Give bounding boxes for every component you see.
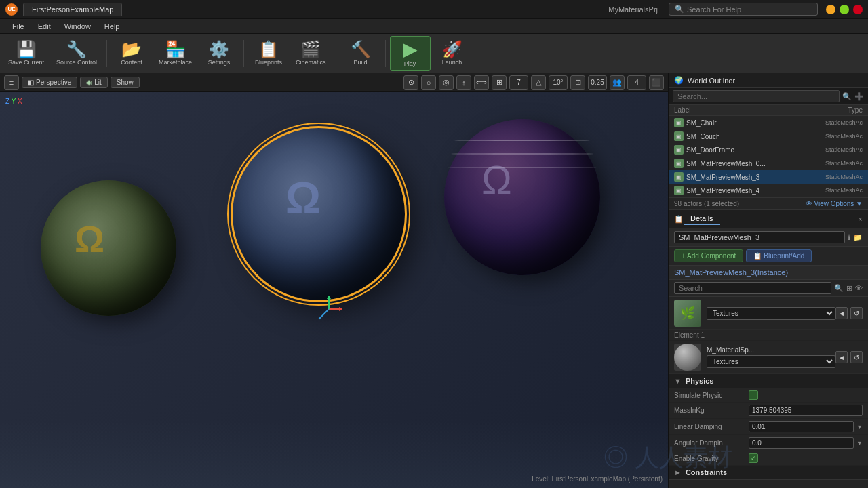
- physics-collapse-icon: ▼: [674, 377, 682, 385]
- viewport-3d[interactable]: Ω Ω Ω: [0, 92, 668, 488]
- material-refresh-0[interactable]: ↺: [850, 307, 863, 319]
- launch-button[interactable]: 🚀 Launch: [432, 36, 473, 71]
- blueprints-button[interactable]: 📋 Blueprints: [248, 36, 289, 71]
- linear-damping-input[interactable]: [749, 421, 854, 432]
- menu-edit[interactable]: Edit: [31, 19, 58, 34]
- perspective-icon: ◧: [28, 79, 34, 86]
- menu-file[interactable]: File: [5, 19, 31, 34]
- constraints-title: Constraints: [686, 468, 727, 476]
- details-eye-icon[interactable]: 👁: [855, 284, 863, 292]
- sm-chair-icon: ▣: [674, 118, 684, 127]
- outliner-item-sm-doorframe[interactable]: ▣ SM_DoorFrame StaticMeshAc: [669, 143, 868, 157]
- vp-toolbar-icon-8[interactable]: ⊡: [570, 75, 585, 90]
- search-help-bar[interactable]: 🔍 Search For Help: [669, 3, 818, 16]
- outliner-title: World Outliner: [688, 77, 735, 85]
- mesh-name-input[interactable]: [674, 231, 845, 243]
- details-search-icon[interactable]: 🔍: [834, 284, 844, 293]
- source-control-button[interactable]: 🔧 Source Control: [51, 36, 102, 71]
- perspective-button[interactable]: ◧ Perspective: [22, 77, 77, 88]
- vp-toolbar-icon-1[interactable]: ⊙: [403, 75, 418, 90]
- tab-label[interactable]: FirstPersonExampleMap: [23, 3, 122, 16]
- outliner-add-icon[interactable]: ➕: [854, 92, 864, 101]
- menu-window[interactable]: Window: [58, 19, 98, 34]
- outliner-search-input[interactable]: [673, 90, 840, 102]
- play-label: Play: [404, 60, 416, 67]
- element-1-label: Element 1: [669, 330, 868, 341]
- outliner-item-sm-couch[interactable]: ▣ SM_Couch StaticMeshAc: [669, 129, 868, 143]
- details-grid-icon[interactable]: ⊞: [846, 284, 852, 293]
- simulate-physics-checkbox[interactable]: [749, 390, 758, 400]
- content-button[interactable]: 📂 Content: [111, 36, 152, 71]
- vp-toolbar-icon-7[interactable]: △: [531, 75, 546, 90]
- outliner-search-icon[interactable]: 🔍: [842, 92, 852, 101]
- enable-gravity-value: [749, 453, 863, 463]
- blueprint-add-button[interactable]: 📋 Blueprint/Add: [746, 249, 812, 262]
- mesh-browse-icon[interactable]: 📁: [853, 233, 863, 242]
- settings-button[interactable]: ⚙️ Settings: [199, 36, 239, 71]
- build-button[interactable]: 🔨 Build: [340, 36, 381, 71]
- constraints-section-header[interactable]: ► Constraints: [669, 466, 868, 480]
- outliner-icon: 🌍: [674, 76, 684, 85]
- mass-row: MassInKg: [669, 403, 868, 419]
- angular-damping-value: ▼: [749, 437, 863, 449]
- outliner-view-options-button[interactable]: 👁 View Options ▼: [806, 200, 863, 207]
- vp-toolbar-icon-3[interactable]: ◎: [439, 75, 454, 90]
- linear-damping-arrow[interactable]: ▼: [856, 424, 863, 430]
- close-button[interactable]: [853, 5, 863, 14]
- vp-toolbar-icon-9[interactable]: 👥: [610, 75, 625, 90]
- show-button[interactable]: Show: [111, 77, 140, 88]
- menu-help[interactable]: Help: [98, 19, 127, 34]
- mass-input[interactable]: [749, 405, 863, 416]
- play-button[interactable]: ▶ Play: [390, 36, 431, 71]
- outliner-item-sm-chair[interactable]: ▣ SM_Chair StaticMeshAc: [669, 116, 868, 129]
- material-info-1: M_MaterialSp... Textures: [707, 346, 835, 368]
- material-dropdown-1[interactable]: Textures: [707, 355, 835, 368]
- vp-num-4: 4: [627, 75, 646, 90]
- tab-details[interactable]: Details: [684, 213, 720, 225]
- viewport-container: ≡ ◧ Perspective ◉ Lit Show ⊙ ○ ◎ ↕ ⟺ ⊞ 7…: [0, 73, 668, 488]
- details-header: 📋 Details ×: [669, 210, 868, 228]
- constraints-collapse-icon: ►: [674, 468, 682, 476]
- material-slot-1: M_MaterialSp... Textures ◄ ↺: [669, 341, 868, 374]
- vp-toolbar-icon-2[interactable]: ○: [421, 75, 436, 90]
- cinematics-button[interactable]: 🎬 Cinematics: [290, 36, 332, 71]
- angular-damping-label: Angular Dampin: [674, 439, 749, 447]
- vp-toolbar-icon-5[interactable]: ⟺: [474, 75, 489, 90]
- vp-toolbar-icon-6[interactable]: ⊞: [492, 75, 507, 90]
- material-left-arrow-0[interactable]: ◄: [835, 307, 848, 319]
- details-close-button[interactable]: ×: [859, 215, 863, 223]
- enable-gravity-checkbox[interactable]: [749, 453, 758, 463]
- launch-icon: 🚀: [442, 41, 462, 58]
- material-refresh-1[interactable]: ↺: [850, 351, 863, 363]
- outliner-item-sm-preview-4[interactable]: ▣ SM_MatPreviewMesh_4 StaticMeshAc: [669, 184, 868, 197]
- outliner-item-sm-preview-3[interactable]: ▣ SM_MatPreviewMesh_3 StaticMeshAc: [669, 170, 868, 184]
- vp-toolbar-icon-4[interactable]: ↕: [456, 75, 471, 90]
- sm-doorframe-type: StaticMeshAc: [802, 146, 863, 153]
- mass-value: [749, 405, 863, 416]
- outliner-item-sm-preview-0[interactable]: ▣ SM_MatPreviewMesh_0... StaticMeshAc: [669, 157, 868, 170]
- source-control-icon: 🔧: [66, 41, 87, 58]
- content-label: Content: [121, 59, 142, 66]
- mesh-info-icon[interactable]: ℹ: [848, 233, 850, 242]
- physics-section-header[interactable]: ▼ Physics: [669, 374, 868, 388]
- vp-maximize-button[interactable]: ⬛: [649, 75, 664, 90]
- save-current-button[interactable]: 💾 Save Current: [3, 36, 50, 71]
- material-dropdown-0[interactable]: Textures: [707, 307, 835, 320]
- actors-count-text: 98 actors (1 selected): [674, 200, 739, 207]
- source-control-label: Source Control: [56, 59, 97, 66]
- sm-couch-type: StaticMeshAc: [802, 133, 863, 140]
- save-current-label: Save Current: [8, 59, 44, 66]
- details-search-input[interactable]: [674, 282, 831, 294]
- sm-preview-3-name: SM_MatPreviewMesh_3: [686, 174, 802, 181]
- maximize-button[interactable]: [840, 5, 849, 14]
- angular-damping-arrow[interactable]: ▼: [856, 440, 863, 447]
- add-component-button[interactable]: + Add Component: [674, 249, 743, 262]
- sm-preview-4-name: SM_MatPreviewMesh_4: [686, 187, 802, 195]
- minimize-button[interactable]: [826, 5, 835, 14]
- viewport-options-button[interactable]: ≡: [4, 75, 19, 90]
- marketplace-button[interactable]: 🏪 Marketplace: [153, 36, 197, 71]
- lit-button[interactable]: ◉ Lit: [80, 77, 108, 88]
- sphere-right: Ω: [444, 119, 600, 275]
- angular-damping-input[interactable]: [749, 437, 854, 449]
- material-left-arrow-1[interactable]: ◄: [835, 351, 848, 363]
